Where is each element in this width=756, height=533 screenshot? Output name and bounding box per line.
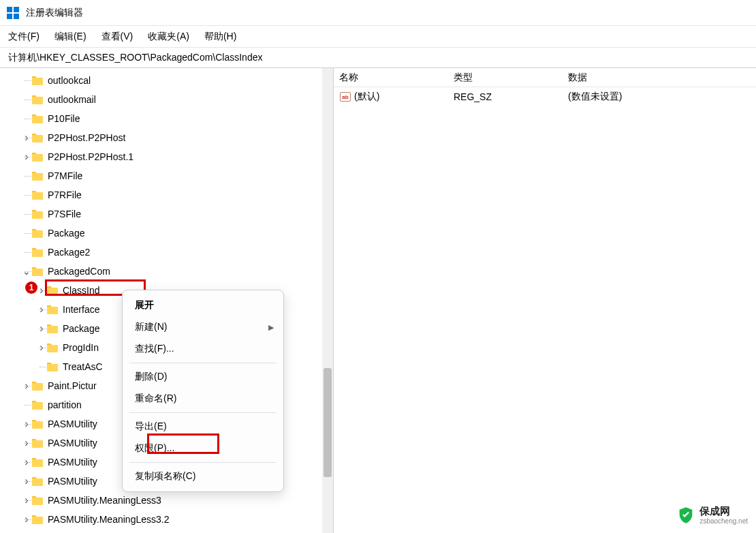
tree-item-label: PASMUtility	[48, 476, 97, 487]
tree-item[interactable]: outlookmail	[0, 90, 333, 109]
folder-icon	[31, 76, 44, 85]
tree-item-label: PASMUtility.MeaningLess3	[48, 495, 161, 506]
tree-item[interactable]: outlookcal	[0, 71, 333, 90]
chevron-right-icon: ▶	[268, 323, 274, 332]
values-header: 名称 类型 数据	[334, 68, 756, 87]
cm-export[interactable]: 导出(E)	[123, 416, 283, 438]
tree-item-label: Package	[63, 323, 99, 334]
annotation-callout-1: 1	[25, 281, 37, 294]
tree-item-label: Package2	[48, 247, 90, 258]
folder-icon	[31, 171, 44, 181]
folder-icon	[31, 190, 44, 200]
menu-bar: 文件(F) 编辑(E) 查看(V) 收藏夹(A) 帮助(H)	[0, 26, 756, 48]
tree-item-label: PASMUtility.MeaningLess3.2	[48, 514, 169, 525]
tree-item[interactable]: ›PASMUtility.MeaningLess3	[0, 491, 333, 510]
cm-new[interactable]: 新建(N)▶	[123, 316, 283, 338]
tree-item-label: TreatAsC	[63, 361, 103, 372]
tree-item[interactable]: P7MFile	[0, 166, 333, 185]
tree-item[interactable]: ›P2PHost.P2PHost.1	[0, 147, 333, 166]
folder-icon	[31, 381, 44, 391]
menu-edit[interactable]: 编辑(E)	[54, 31, 86, 43]
tree-item-label: PASMUtility	[48, 438, 97, 448]
tree-item-label: P7MFile	[48, 170, 82, 181]
folder-icon	[31, 476, 44, 486]
folder-icon	[46, 286, 59, 295]
folder-icon	[31, 515, 44, 524]
tree-item-label: P7SFile	[48, 209, 81, 219]
value-row[interactable]: ab (默认) REG_SZ (数值未设置)	[334, 87, 756, 106]
folder-icon	[31, 114, 44, 123]
folder-icon	[31, 266, 44, 276]
menu-file[interactable]: 文件(F)	[8, 31, 40, 43]
folder-icon	[31, 496, 44, 505]
menu-favorites[interactable]: 收藏夹(A)	[148, 31, 189, 43]
tree-item-label: P2PHost.P2PHost	[48, 132, 125, 143]
column-type[interactable]: 类型	[454, 72, 568, 84]
tree-item[interactable]: P7RFile	[0, 185, 333, 204]
folder-icon	[31, 95, 44, 104]
cm-separator	[129, 363, 277, 363]
folder-icon	[46, 343, 59, 352]
value-data: (数值未设置)	[568, 91, 756, 103]
menu-view[interactable]: 查看(V)	[101, 31, 133, 43]
folder-icon	[31, 209, 44, 219]
tree-item-label: Paint.Pictur	[48, 380, 97, 391]
tree-item-label: ProgIdIn	[63, 342, 99, 353]
folder-icon	[46, 305, 59, 314]
cm-copy-name[interactable]: 复制项名称(C)	[123, 466, 283, 487]
folder-icon	[31, 133, 44, 142]
folder-icon	[31, 228, 44, 238]
tree-item[interactable]: P10File	[0, 109, 333, 128]
cm-delete[interactable]: 删除(D)	[123, 366, 283, 388]
tree-item-label: Interface	[63, 304, 99, 315]
cm-permissions[interactable]: 权限(P)...	[123, 438, 283, 459]
folder-icon	[31, 457, 44, 467]
tree-item[interactable]: Package2	[0, 243, 333, 262]
tree-item[interactable]: P7SFile	[0, 204, 333, 224]
shield-icon	[676, 506, 695, 525]
window-title: 注册表编辑器	[26, 7, 83, 19]
tree-item-label: outlookmail	[48, 94, 96, 105]
app-icon	[7, 7, 19, 19]
column-name[interactable]: 名称	[339, 72, 454, 84]
tree-scrollbar[interactable]	[322, 68, 333, 533]
string-value-icon: ab	[339, 91, 351, 103]
value-name: (默认)	[354, 91, 379, 103]
tree-item-label: P2PHost.P2PHost.1	[48, 151, 133, 162]
watermark-url: zsbaocheng.net	[699, 517, 748, 525]
tree-item[interactable]: ›P2PHost.P2PHost	[0, 128, 333, 147]
values-panel: 名称 类型 数据 ab (默认) REG_SZ (数值未设置)	[334, 68, 756, 533]
cm-separator	[129, 412, 277, 413]
address-bar[interactable]: 计算机\HKEY_CLASSES_ROOT\PackagedCom\ClassI…	[0, 48, 756, 68]
tree-item-label: P10File	[48, 113, 80, 124]
menu-help[interactable]: 帮助(H)	[204, 31, 236, 43]
folder-icon	[31, 419, 44, 429]
watermark: 保成网 zsbaocheng.net	[676, 506, 748, 525]
tree-item-label: outlookcal	[48, 75, 91, 86]
tree-item-label: Package	[48, 228, 84, 239]
address-text: 计算机\HKEY_CLASSES_ROOT\PackagedCom\ClassI…	[8, 52, 262, 64]
tree-item[interactable]: ⌄PackagedCom	[0, 262, 333, 281]
cm-find[interactable]: 查找(F)...	[123, 338, 283, 360]
cm-rename[interactable]: 重命名(R)	[123, 388, 283, 410]
folder-icon	[31, 152, 44, 162]
folder-icon	[46, 362, 59, 371]
tree-item-label: partition	[48, 399, 82, 410]
tree-item-label: PASMUtility	[48, 457, 97, 468]
folder-icon	[46, 324, 59, 333]
folder-icon	[31, 247, 44, 257]
tree-item-label: P7RFile	[48, 189, 82, 200]
value-type: REG_SZ	[454, 91, 568, 102]
scrollbar-thumb[interactable]	[324, 368, 332, 477]
column-data[interactable]: 数据	[568, 72, 756, 84]
cm-separator	[129, 462, 277, 463]
tree-item-label: PackagedCom	[48, 266, 110, 277]
tree-item[interactable]: Package	[0, 224, 333, 243]
folder-icon	[31, 400, 44, 410]
folder-icon	[31, 438, 44, 448]
title-bar: 注册表编辑器	[0, 0, 756, 26]
tree-item[interactable]: ›PASMUtility.MeaningLess3.2	[0, 510, 333, 529]
watermark-title: 保成网	[699, 506, 748, 517]
cm-expand[interactable]: 展开	[123, 294, 283, 316]
context-menu: 展开 新建(N)▶ 查找(F)... 删除(D) 重命名(R) 导出(E) 权限…	[122, 290, 284, 492]
